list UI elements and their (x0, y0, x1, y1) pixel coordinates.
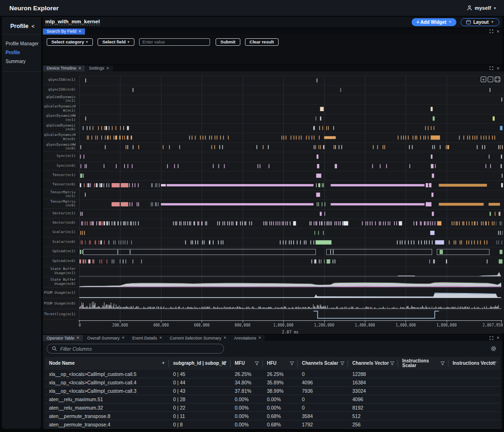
timeline-row-label: PSUM Usage​(nc0) (43, 298, 78, 309)
close-icon[interactable]: × (79, 29, 81, 34)
device-timeline-widget: Device Timeline× Settings× × qSyncIO0​(n… (43, 65, 502, 334)
close-icon[interactable]: × (122, 336, 124, 340)
close-icon[interactable]: × (259, 336, 261, 340)
filter-icon[interactable] (340, 361, 344, 365)
timeline-widget-tab[interactable]: Settings× (85, 65, 113, 71)
expand-icon[interactable] (490, 29, 493, 33)
col-subgraph-subop[interactable]: subgraph_id | subop_id (169, 357, 231, 370)
timeline-row-label: Tensor​(nc0) (43, 180, 78, 190)
timeline-row-label: qScalarDynamicHW​(nc1) (43, 104, 78, 113)
zoom-fit-button[interactable] (495, 77, 500, 82)
timeline-row-label: State Buffer Usage​(nc0) (43, 277, 78, 288)
filter-icon[interactable] (255, 361, 259, 365)
timeline-row-label: GpSimd​(nc0) (43, 256, 78, 266)
table-row[interactable]: aten__relu_maximum.32 0 | 22 0.00% 0.00%… (45, 404, 500, 412)
timeline-row-label: qGpSimdDynamic​(nc0) (43, 123, 78, 133)
collapse-sidebar-icon[interactable]: < (32, 23, 35, 29)
close-icon[interactable]: × (497, 335, 499, 340)
col-mfu[interactable]: MFU (231, 357, 263, 370)
close-icon[interactable]: × (224, 336, 226, 340)
axis-tick-label: 600,000 (194, 323, 210, 327)
close-icon[interactable]: × (159, 336, 161, 340)
expand-icon[interactable] (490, 66, 493, 70)
gear-icon[interactable] (490, 346, 497, 352)
timeline-row-label: Sync​(nc1) (43, 152, 78, 161)
add-widget-button[interactable]: + Add Widget▼ (412, 18, 457, 26)
filter-icon[interactable] (223, 361, 227, 365)
timeline-row-label: Tensor​(nc1) (43, 171, 78, 180)
axis-tick-label: 400,000 (153, 323, 169, 327)
filter-icon[interactable] (441, 361, 445, 365)
close-icon[interactable]: × (77, 336, 79, 340)
table-widget-tab[interactable]: Operator Table× (43, 335, 83, 341)
top-bar: Neuron Explorer myself ▼ (0, 0, 504, 17)
close-icon[interactable]: × (106, 66, 109, 71)
search-by-field-widget: Search By Field× × Select category▼ Sele… (43, 28, 502, 64)
sidebar-item[interactable]: Profile Manager (6, 39, 41, 48)
expand-icon (496, 78, 499, 81)
layout-button[interactable]: Layout▼ (461, 18, 499, 26)
close-icon[interactable]: × (497, 66, 499, 71)
filter-icon[interactable] (390, 361, 394, 365)
table-row[interactable]: xla__op_<locals>CallImpl_custom-call.5 0… (45, 370, 500, 378)
axis-tick-label: 1,800,000 (436, 323, 456, 327)
col-hfu[interactable]: HFU (263, 357, 298, 370)
table-widget-tab[interactable]: Annotations× (231, 335, 265, 341)
timeline-row-label: qSyncDynamicHW​(nc1) (43, 113, 78, 123)
timeline-row-label: Scalar​(nc0) (43, 237, 78, 247)
table-header: Node Name▼ subgraph_id | subop_id MFU HF… (45, 357, 500, 370)
filter-icon[interactable] (492, 361, 497, 365)
axis-tick-label: 800,000 (235, 323, 251, 327)
clear-result-button[interactable]: Clear result (245, 38, 279, 46)
zoom-out-button[interactable]: - (488, 77, 493, 82)
expand-icon[interactable] (490, 336, 493, 340)
chevron-down-icon: ▼ (491, 21, 494, 23)
timeline-row-label: GpSimd​(nc1) (43, 247, 78, 256)
search-icon (52, 346, 57, 351)
sidebar-item[interactable]: Summary (6, 57, 41, 66)
col-instructions-scalar[interactable]: Instructions Scalar (398, 357, 448, 370)
select-category-button[interactable]: Select category▼ (47, 38, 93, 46)
submit-button[interactable]: Submit (216, 38, 240, 46)
select-field-button[interactable]: Select field▼ (98, 38, 134, 46)
table-row[interactable]: aten__permute_transpose.4 0 | 8 0.00% 0.… (45, 420, 500, 429)
timeline-row-label: qSyncIO0​(nc0) (43, 85, 78, 94)
sidebar-item[interactable]: Profile (6, 48, 41, 57)
timeline-row-label: qSyncDynamicHW​(nc0) (43, 142, 78, 151)
sort-icon[interactable]: ▼ (161, 361, 165, 366)
table-row[interactable]: xla__op_<locals>CallImpl_custom-call.4 0… (45, 378, 500, 387)
filter-columns-input[interactable] (60, 346, 219, 352)
tab-search-by-field[interactable]: Search By Field× (43, 28, 85, 35)
timeline-row-label: Vector​(nc1) (43, 209, 78, 218)
timeline-row-label: Throttling​(nc1) (43, 309, 78, 320)
timeline-row-labels: qSyncIO0​(nc1)qSyncIO0​(nc0)qGpSimdDynam… (43, 76, 78, 320)
table-row[interactable]: xla__op_<locals>CallImpl_custom-call.3 0… (45, 387, 500, 395)
timeline-row-label: Sync​(nc0) (43, 161, 78, 170)
zoom-in-button[interactable]: + (481, 77, 486, 82)
timeline-duration-label: 2.07 ms (282, 330, 299, 334)
table-row[interactable]: aten__relu_maximum.51 0 | 28 0.00% 0.00%… (45, 395, 500, 404)
value-input[interactable] (139, 38, 210, 46)
axis-tick-label: 200,000 (112, 323, 128, 327)
timeline-row-label: TensorMatrix​(nc1) (43, 190, 78, 199)
filter-columns-box[interactable] (47, 344, 224, 354)
app-title: Neuron Explorer (9, 5, 59, 12)
close-icon[interactable]: × (79, 66, 81, 71)
col-channels-scalar[interactable]: Channels Scalar (298, 357, 348, 370)
col-node-name[interactable]: Node Name▼ (45, 357, 169, 370)
table-widget-tab[interactable]: Current Selection Summary× (166, 335, 230, 341)
user-menu[interactable]: myself ▼ (467, 5, 497, 11)
filter-icon[interactable] (290, 361, 294, 365)
timeline-widget-tab[interactable]: Device Timeline× (43, 65, 85, 71)
col-channels-vector[interactable]: Channels Vector (348, 357, 398, 370)
table-widget-tab[interactable]: Event Details× (128, 335, 165, 341)
table-widget-tab[interactable]: Overall Summary× (84, 335, 128, 341)
timeline-canvas[interactable] (78, 71, 504, 333)
sidebar: Profile < Profile Manager Profile Summar… (2, 17, 41, 429)
timeline-plot: qSyncIO0​(nc1)qSyncIO0​(nc0)qGpSimdDynam… (43, 71, 502, 334)
operator-table-widget: Operator Table× Overall Summary× Event D… (43, 335, 502, 429)
close-icon[interactable]: × (497, 29, 499, 34)
table-row[interactable]: aten__permute_transpose.8 0 | 11 0.00% 0… (45, 412, 500, 420)
timeline-row-label: qGpSimdDynamic​(nc1) (43, 94, 78, 104)
col-instructions-vector[interactable]: Instructions Vector (448, 357, 500, 370)
